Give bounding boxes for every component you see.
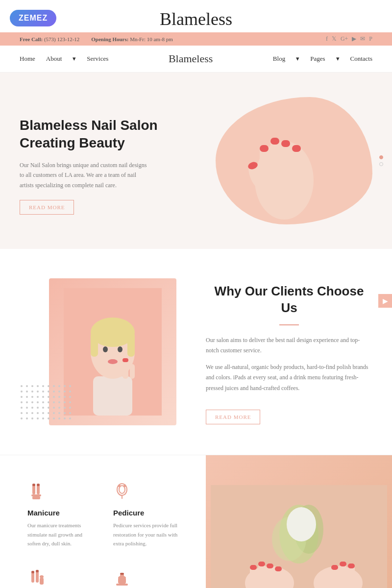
hero-text: Blameless Nail Salon Creating Beauty Our… bbox=[20, 117, 196, 215]
navbar: Home About ▾ Services Blameless Blog ▾ P… bbox=[0, 46, 392, 73]
svg-rect-65 bbox=[348, 564, 355, 568]
nav-logo: Blameless bbox=[169, 52, 213, 65]
svg-point-17 bbox=[103, 346, 108, 352]
services-grid: Manicure Our manicure treatments stimula… bbox=[0, 455, 206, 588]
why-image-wrap: // Will generate dots via JS below bbox=[20, 278, 186, 425]
svg-rect-35 bbox=[36, 571, 39, 583]
hero-hand-illustration bbox=[216, 102, 353, 229]
top-bar: Free Call: (573) 123-12-12 Opening Hours… bbox=[0, 32, 392, 46]
svg-rect-38 bbox=[40, 578, 44, 585]
svg-point-18 bbox=[118, 346, 122, 352]
svg-rect-63 bbox=[331, 565, 338, 570]
service-photo bbox=[206, 455, 392, 588]
nail-art-icon bbox=[27, 569, 93, 588]
social-links[interactable]: f𝕏G+▶✉P bbox=[326, 35, 372, 43]
nav-services[interactable]: Services bbox=[87, 55, 108, 63]
svg-rect-21 bbox=[130, 364, 135, 379]
nav-left[interactable]: Home About ▾ Services bbox=[20, 55, 108, 63]
slider-dot-1[interactable] bbox=[379, 155, 383, 159]
svg-rect-33 bbox=[123, 485, 126, 487]
service-pedicure: Pedicure Pedicure services provide full … bbox=[105, 475, 186, 556]
svg-rect-25 bbox=[32, 484, 35, 486]
svg-rect-26 bbox=[37, 484, 40, 486]
svg-rect-22 bbox=[122, 358, 128, 362]
svg-point-19 bbox=[108, 359, 118, 364]
service-hands-illustration bbox=[211, 485, 387, 588]
service-manicure: Manicure Our manicure treatments stimula… bbox=[20, 475, 100, 556]
manicure-desc: Our manicure treatments stimulate nail g… bbox=[27, 521, 93, 548]
nav-home[interactable]: Home bbox=[20, 55, 35, 63]
svg-rect-44 bbox=[116, 584, 128, 586]
why-para2: We use all-natural, organic body product… bbox=[206, 362, 372, 394]
svg-rect-43 bbox=[120, 573, 124, 575]
next-slide-arrow[interactable]: ▶ bbox=[378, 294, 392, 308]
nav-about[interactable]: About bbox=[46, 55, 62, 63]
svg-rect-12 bbox=[93, 376, 132, 416]
svg-rect-56 bbox=[258, 562, 265, 566]
svg-rect-32 bbox=[118, 485, 121, 487]
pedicure-icon bbox=[113, 483, 178, 504]
dot-pattern bbox=[20, 384, 72, 420]
slider-dots[interactable] bbox=[379, 155, 383, 166]
services-section: Manicure Our manicure treatments stimula… bbox=[0, 455, 392, 588]
svg-point-49 bbox=[287, 507, 316, 541]
nav-blog[interactable]: Blog bbox=[273, 55, 285, 63]
pedicure-desc: Pedicure services provide full restorati… bbox=[113, 521, 178, 548]
service-nail-art: Nail Art Let our nail artists create a s… bbox=[20, 561, 100, 588]
why-divider bbox=[279, 324, 299, 325]
why-woman-illustration bbox=[64, 288, 162, 416]
svg-rect-15 bbox=[91, 332, 98, 357]
slider-dot-2[interactable] bbox=[379, 162, 383, 166]
svg-rect-37 bbox=[36, 570, 39, 572]
svg-rect-6 bbox=[260, 145, 269, 152]
hero-description: Our Nail Salon brings unique and custom … bbox=[20, 160, 147, 190]
why-para1: Our salon aims to deliver the best nail … bbox=[206, 335, 372, 356]
paraffin-icon bbox=[113, 569, 178, 588]
why-section: // Will generate dots via JS below bbox=[0, 249, 392, 455]
hero-cta-button[interactable]: READ MORE bbox=[20, 200, 74, 215]
svg-rect-57 bbox=[267, 564, 273, 568]
hero-headline: Blameless Nail Salon Creating Beauty bbox=[20, 117, 196, 152]
manicure-icon bbox=[27, 483, 93, 504]
svg-rect-36 bbox=[31, 571, 34, 573]
site-title: Blameless bbox=[0, 0, 392, 32]
hero-image-area bbox=[196, 102, 372, 229]
pedicure-title: Pedicure bbox=[113, 509, 178, 517]
svg-rect-28 bbox=[32, 496, 40, 499]
svg-rect-7 bbox=[270, 138, 279, 145]
nav-pages[interactable]: Pages bbox=[310, 55, 325, 63]
zemez-logo: ZEMEZ bbox=[10, 10, 56, 26]
svg-rect-2 bbox=[270, 139, 279, 180]
svg-rect-27 bbox=[31, 494, 41, 496]
why-title: Why Our Clients Choose Us bbox=[206, 283, 372, 317]
svg-rect-55 bbox=[250, 565, 257, 570]
nav-contacts[interactable]: Contacts bbox=[350, 55, 373, 63]
hero-section: Blameless Nail Salon Creating Beauty Our… bbox=[0, 73, 392, 249]
nav-right[interactable]: Blog ▾ Pages ▾ Contacts bbox=[273, 55, 372, 63]
svg-rect-8 bbox=[281, 140, 290, 147]
svg-point-39 bbox=[40, 575, 44, 578]
why-cta-button[interactable]: READ MORE bbox=[206, 410, 260, 424]
svg-rect-58 bbox=[275, 566, 282, 571]
svg-rect-64 bbox=[340, 562, 346, 566]
service-paraffin: Paraffin Wax This is a treatment for han… bbox=[105, 561, 186, 588]
svg-rect-16 bbox=[127, 332, 135, 357]
svg-rect-9 bbox=[292, 145, 301, 152]
why-text: Why Our Clients Choose Us Our salon aims… bbox=[206, 278, 372, 425]
manicure-title: Manicure bbox=[27, 509, 93, 517]
svg-rect-34 bbox=[31, 572, 34, 583]
